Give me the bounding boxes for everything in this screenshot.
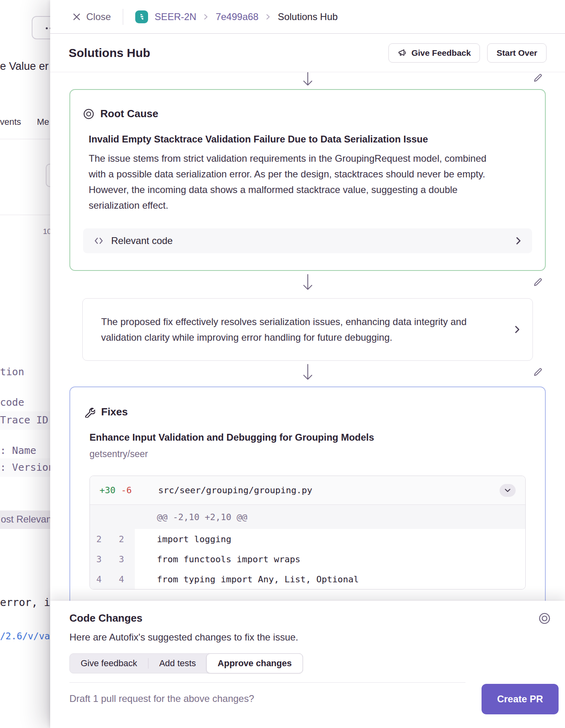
seer-project-icon	[135, 10, 148, 23]
fixes-card: Fixes Enhance Input Validation and Debug…	[69, 386, 546, 601]
arrow-down-icon	[302, 274, 314, 291]
background-tab-fragment[interactable]: Me	[37, 117, 49, 127]
diff-line: 44 from typing import Any, List, Optiona…	[90, 569, 525, 589]
diff-line: 22 import logging	[90, 529, 525, 549]
background-row-fragment: tion	[0, 366, 24, 378]
code-changes-title: Code Changes	[69, 612, 142, 624]
fixes-section-label: Fixes	[101, 406, 128, 418]
chevron-right-icon	[513, 325, 521, 333]
chevron-right-icon	[203, 14, 209, 20]
diff-line-code: import logging	[135, 529, 231, 549]
panel-content[interactable]: Root Cause Invalid Empty Stacktrace Vali…	[50, 72, 565, 601]
code-icon	[93, 236, 104, 246]
ellipsis-dot	[46, 27, 48, 29]
chevron-down-icon	[504, 487, 511, 494]
breadcrumb-issue-id[interactable]: 7e499a68	[215, 11, 258, 22]
diff-additions: +30	[100, 485, 116, 495]
edit-pencil-icon[interactable]	[532, 73, 543, 83]
background-tab-events-fragment[interactable]: vents	[0, 117, 21, 127]
arrow-down-icon	[302, 72, 314, 86]
target-icon	[83, 108, 94, 120]
topbar-divider	[123, 9, 123, 25]
wrench-icon	[84, 407, 95, 418]
diff-hunk-header: @@ -2,10 +2,10 @@	[90, 505, 525, 529]
arrow-down-icon	[302, 364, 314, 380]
root-cause-body: The issue stems from strict validation r…	[89, 150, 492, 213]
diff-file-header[interactable]: +30 -6 src/seer/grouping/grouping.py	[90, 476, 525, 505]
breadcrumb-project[interactable]: SEER-2N	[154, 11, 196, 22]
add-tests-action[interactable]: Add tests	[148, 654, 207, 673]
background-chip-label-fragment: ost Relevan	[1, 514, 52, 525]
page-title: Solutions Hub	[69, 46, 150, 60]
solution-summary-text: The proposed fix effectively resolves se…	[101, 314, 484, 345]
close-icon	[72, 12, 81, 22]
fix-heading: Enhance Input Validation and Debugging f…	[89, 432, 526, 443]
diff-block: +30 -6 src/seer/grouping/grouping.py @@ …	[89, 476, 526, 590]
breadcrumb-current: Solutions Hub	[278, 11, 337, 22]
background-row-name: : Name	[0, 445, 36, 456]
background-row-version: : Version	[0, 462, 54, 473]
repo-name: getsentry/seer	[89, 449, 526, 460]
edit-pencil-icon[interactable]	[532, 277, 543, 288]
flow-step-connector	[69, 271, 546, 293]
background-code-fragment: error, in	[0, 596, 57, 608]
footer-header: Code Changes	[69, 612, 559, 624]
root-cause-header: Root Cause	[83, 108, 526, 120]
root-cause-heading: Invalid Empty Stacktrace Validation Fail…	[89, 134, 526, 145]
background-issue-title-fragment: e Value er	[0, 60, 49, 73]
relevant-code-expander[interactable]: Relevant code	[83, 228, 532, 253]
edit-pencil-icon[interactable]	[532, 367, 543, 378]
root-cause-section-label: Root Cause	[100, 108, 158, 120]
changes-action-group: Give feedback Add tests Approve changes	[69, 653, 303, 673]
solutions-hub-panel: Close SEER-2N 7e499a68 Solutions	[50, 0, 565, 728]
give-feedback-button[interactable]: Give Feedback	[388, 43, 480, 63]
diff-line-code: from functools import wraps	[135, 549, 301, 569]
close-button[interactable]: Close	[72, 11, 111, 22]
start-over-button[interactable]: Start Over	[487, 43, 547, 63]
diff-line-numbers: 44	[90, 569, 135, 589]
diff-filename: src/seer/grouping/grouping.py	[158, 485, 312, 495]
megaphone-icon	[398, 48, 407, 57]
diff-line-code: from typing import Any, List, Optional	[135, 569, 359, 589]
relevant-code-label: Relevant code	[111, 235, 173, 246]
approve-changes-action[interactable]: Approve changes	[206, 653, 303, 673]
header-actions: Give Feedback Start Over	[388, 43, 547, 63]
code-changes-footer: Code Changes Here are Autofix's suggeste…	[50, 601, 565, 728]
start-over-label: Start Over	[496, 48, 537, 58]
target-icon	[539, 612, 551, 624]
close-label: Close	[86, 11, 111, 22]
code-changes-subtitle: Here are Autofix's suggested changes to …	[69, 632, 559, 643]
root-cause-card: Root Cause Invalid Empty Stacktrace Vali…	[69, 89, 546, 271]
breadcrumb: SEER-2N 7e499a68 Solutions Hub	[154, 11, 337, 22]
footer-bottom-row: Draft 1 pull request for the above chang…	[69, 682, 559, 715]
give-feedback-label: Give Feedback	[411, 48, 471, 58]
flow-step-connector	[69, 361, 546, 383]
flow-step-connector	[69, 72, 546, 89]
panel-header: Solutions Hub Give Feedback Start Over	[50, 34, 565, 72]
breadcrumb-bar: Close SEER-2N 7e499a68 Solutions	[50, 0, 565, 34]
screen: e Value er vents Me 10 tion code Trace I…	[0, 0, 565, 728]
diff-line-numbers: 33	[90, 549, 135, 569]
draft-pr-prompt: Draft 1 pull request for the above chang…	[69, 682, 465, 715]
diff-line-numbers: 22	[90, 529, 135, 549]
chevron-right-icon	[514, 237, 522, 245]
give-feedback-action[interactable]: Give feedback	[70, 654, 148, 673]
create-pr-button[interactable]: Create PR	[482, 684, 559, 714]
chevron-right-icon	[265, 14, 271, 20]
fixes-header: Fixes	[84, 406, 526, 418]
diff-line: 33 from functools import wraps	[90, 549, 525, 569]
solution-summary-card[interactable]: The proposed fix effectively resolves se…	[82, 298, 533, 361]
background-row-trace-id: Trace ID	[0, 414, 48, 426]
collapse-diff-button[interactable]	[500, 484, 516, 497]
background-row-fragment: code	[0, 397, 24, 408]
background-link-fragment[interactable]: /2.6/v/va	[0, 631, 50, 641]
diff-deletions: -6	[121, 485, 132, 495]
